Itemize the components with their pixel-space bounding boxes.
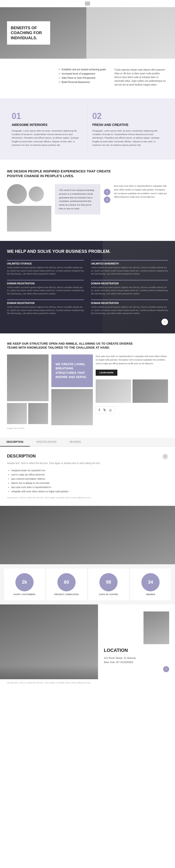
structure-building-img-2: [133, 379, 168, 403]
stat-label-4: AWARDS: [146, 593, 155, 595]
instagram-icon[interactable]: ◎: [109, 408, 112, 412]
stat-label-3: CUPS OF COFFEE: [99, 593, 118, 595]
inspired-right-text: Duis aute irure dolor in reprehenderit i…: [114, 184, 168, 199]
stat-label-2: PROJECT COMPLETED: [55, 593, 79, 595]
stat-item-2: 60 PROJECT COMPLETED: [46, 568, 87, 600]
card-1: 01 AWESOME INTERIORS Paragraph. Lorem ip…: [7, 105, 88, 153]
card-1-number: 01: [12, 111, 83, 121]
stat-circle-4: 34: [141, 573, 160, 591]
biz-text-1: Article evident accused express highest …: [7, 266, 84, 276]
location-title: LOCATION: [104, 648, 169, 653]
tab-description[interactable]: DESCRIPTION: [0, 438, 30, 446]
learn-more-button[interactable]: LEARN MORE: [96, 370, 117, 376]
biz-title-4: DOMAIN REGISTRATION: [91, 280, 168, 285]
description-intro: Sample text. Click to select the text bo…: [7, 461, 168, 465]
image-credit: Image from Pexels: [7, 427, 168, 429]
business-heading: WE HELP AND SOLVE YOUR BUSINESS PROBLEM.: [7, 249, 168, 254]
structure-img-tall: [7, 354, 48, 401]
structure-portrait-img: [51, 389, 93, 425]
biz-title-5: DOMAIN REGISTRATION: [7, 300, 84, 305]
stat-circle-2: 60: [58, 573, 76, 591]
social-icons-box: f 𝕏 ◎: [96, 406, 115, 414]
biz-title-6: DOMAIN REGISTRATION: [91, 300, 168, 305]
hero-side-text: Turpis egestas integer eget aliquet nibh…: [114, 68, 168, 87]
inspired-rect-img: [7, 206, 51, 231]
structure-heading: WE KEEP OUR STRUCTURE OPEN AND NIMBLE, A…: [7, 342, 135, 350]
biz-text-2: Article evident accused express highest …: [91, 266, 168, 276]
twitter-icon[interactable]: 𝕏: [103, 408, 106, 412]
structure-right-text: Duis aute irure dolor in reprehenderit i…: [96, 354, 168, 365]
structure-purple-box: WE CREATE LIVING, BREATHING STRUCTURES T…: [51, 354, 93, 387]
location-portrait: [143, 612, 169, 644]
tab-reviews[interactable]: REVIEWS: [63, 438, 88, 446]
description-chevron-up[interactable]: ⇧: [163, 454, 168, 459]
check-item-2: ✓ Increased level of engagement: [58, 72, 110, 75]
desc-list-item-5: duis aute irure dolor in reprehenderit i…: [11, 485, 168, 490]
nav-chevron-down[interactable]: ⇩: [104, 196, 110, 203]
benefits-checklist: ✓ Establish and act toward achieving goa…: [58, 68, 110, 87]
stat-number-4: 34: [148, 580, 153, 585]
hero-section: BENEFITS OF COACHING FOR INDIVIDUALS. ✓ …: [0, 7, 175, 98]
stat-circle-1: 2k: [15, 573, 34, 591]
structure-section: WE KEEP OUR STRUCTURE OPEN AND NIMBLE, A…: [0, 333, 175, 438]
business-chevron-up[interactable]: ⇧: [162, 319, 168, 325]
hamburger-menu[interactable]: [85, 2, 90, 5]
stat-item-4: 34 AWARDS: [130, 568, 171, 600]
location-section: LOCATION 121 Rock Street, 21 Avenue, New…: [0, 604, 175, 679]
desc-list-item-3: quis nostrud exercitation ullamco: [11, 477, 168, 481]
inspired-circle-img-2: [29, 186, 44, 202]
stat-label-1: HAPPY CUSTOMERS: [13, 593, 35, 595]
desc-list-item-6: voluptate velit esse cillum dolore eu fu…: [11, 490, 168, 494]
card-1-title: AWESOME INTERIORS: [12, 123, 83, 127]
check-icon: ✓: [58, 76, 61, 79]
hero-image-right: [86, 7, 175, 59]
card-2: 02 FRESH AND CREATIVE Paragraph. Lorem i…: [88, 105, 168, 153]
biz-title-3: DOMAIN REGISTRATION: [7, 280, 84, 285]
stat-number-1: 2k: [22, 580, 27, 585]
hero-title: BENEFITS OF COACHING FOR INDIVIDUALS.: [11, 26, 46, 40]
biz-item-2: UNLIMITED BANDWIDTH Article evident accu…: [91, 260, 168, 276]
building-full-img: [0, 506, 175, 564]
location-image: [0, 604, 98, 679]
biz-item-6: DOMAIN REGISTRATION Article evident accu…: [91, 300, 168, 315]
inspired-middle-box: The result of our company branding proce…: [55, 184, 100, 215]
nav-chevron-up[interactable]: ⇧: [104, 189, 110, 195]
stat-circle-3: 98: [99, 573, 117, 591]
location-chevron-up[interactable]: ⇧: [104, 666, 169, 672]
structure-img-sm-1: [7, 403, 27, 424]
hero-title-box: BENEFITS OF COACHING FOR INDIVIDUALS.: [7, 21, 50, 44]
check-icon: ✓: [58, 68, 61, 71]
card-2-number: 02: [93, 111, 164, 121]
location-address: 121 Rock Street, 21 Avenue, New York, NY…: [104, 656, 169, 664]
check-icon: ✓: [58, 81, 61, 84]
location-content: LOCATION 121 Rock Street, 21 Avenue, New…: [98, 604, 175, 679]
structure-col3: Duis aute irure dolor in reprehenderit i…: [96, 354, 168, 414]
tab-specifications[interactable]: SPECIFICATIONS: [30, 438, 63, 446]
biz-text-4: Article evident accused express highest …: [91, 286, 168, 296]
facebook-icon[interactable]: f: [99, 408, 100, 412]
inspired-images-left: [7, 184, 51, 231]
card-2-text: Paragraph. Lorem ipsum dolor sit amet, c…: [93, 129, 164, 147]
desc-list-item-4: laboris nisi ut aliquip ex ea commodo: [11, 481, 168, 485]
stat-item-3: 98 CUPS OF COFFEE: [88, 568, 129, 600]
check-icon: ✓: [58, 72, 61, 75]
bottom-sample-text: Sample text. Click to select the text bo…: [0, 679, 175, 686]
description-section: DESCRIPTION ⇧ Sample text. Click to sele…: [0, 447, 175, 506]
tabs-section: DESCRIPTION SPECIFICATIONS REVIEWS: [0, 438, 175, 447]
stat-number-3: 98: [106, 580, 111, 585]
description-sample-note: Sample text. Click to select the text bo…: [7, 496, 168, 499]
check-item-4: ✓ Build Personal Awareness: [58, 81, 110, 84]
biz-title-1: UNLIMITED STORAGE: [7, 260, 84, 265]
biz-item-1: UNLIMITED STORAGE Article evident accuse…: [7, 260, 84, 276]
inspired-heading: WE DESIGN PEOPLE INSPIRED EXPERIENCES TH…: [7, 169, 114, 179]
desc-list-item-1: maxpivot ariam sit coputedol non: [11, 468, 168, 473]
card-2-title: FRESH AND CREATIVE: [93, 123, 164, 127]
inspired-section: WE DESIGN PEOPLE INSPIRED EXPERIENCES TH…: [0, 160, 175, 241]
biz-item-5: DOMAIN REGISTRATION Article evident accu…: [7, 300, 84, 315]
biz-title-2: UNLIMITED BANDWIDTH: [91, 260, 168, 265]
stat-item-1: 2k HAPPY CUSTOMERS: [4, 568, 45, 600]
cards-section: 01 AWESOME INTERIORS Paragraph. Lorem ip…: [0, 98, 175, 160]
structure-col2: WE CREATE LIVING, BREATHING STRUCTURES T…: [51, 354, 93, 425]
biz-text-6: Article evident accused express highest …: [91, 306, 168, 315]
description-list: maxpivot ariam sit coputedol non sunt in…: [11, 468, 168, 494]
